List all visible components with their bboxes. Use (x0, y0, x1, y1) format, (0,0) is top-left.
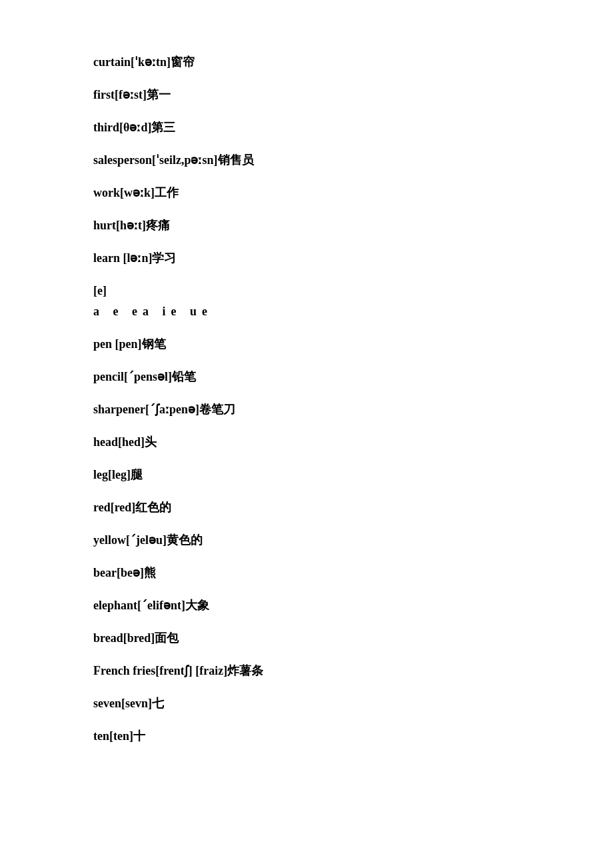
vocab-text: sharpener[ˊʃaːpenə]卷笔刀 (93, 403, 235, 416)
vocab-text: pencil[ˊpensəl]铅笔 (93, 370, 196, 383)
vocab-item-sharpener: sharpener[ˊʃaːpenə]卷笔刀 (93, 401, 520, 419)
vocab-text: ten[ten]十 (93, 729, 145, 743)
vocab-item-french-fries: French fries[frentʃ] [fraiz]炸薯条 (93, 662, 520, 680)
vocab-item-bread: bread[bred]面包 (93, 629, 520, 647)
vocab-text: work[wəːk]工作 (93, 186, 179, 199)
phonetic-vowel-row: a e ea ie ue (93, 303, 520, 321)
vocab-item-first: first[fəːst]第一 (93, 86, 520, 104)
vocab-text: pen [pen]钢笔 (93, 337, 166, 351)
vocab-text: leg[leg]腿 (93, 468, 143, 481)
vocab-item-hurt: hurt[həːt]疼痛 (93, 217, 520, 235)
vocab-text: bread[bred]面包 (93, 631, 179, 645)
vocab-item-ten: ten[ten]十 (93, 727, 520, 745)
vocab-item-leg: leg[leg]腿 (93, 466, 520, 484)
vocab-text: seven[sevn]七 (93, 697, 164, 710)
vocab-text: third[θəːd]第三 (93, 121, 175, 134)
vocab-item-red: red[red]红色的 (93, 499, 520, 517)
vocab-text: salesperson[ˈseilz,pəːsn]销售员 (93, 153, 254, 167)
vocab-item-head: head[hed]头 (93, 433, 520, 451)
vocab-list-1: curtain[ˈkəːtn]窗帘 first[fəːst]第一 third[θ… (93, 53, 520, 267)
vocab-text: first[fəːst]第一 (93, 88, 171, 101)
vocab-text: head[hed]头 (93, 435, 157, 449)
vocab-list-2: pen [pen]钢笔 pencil[ˊpensəl]铅笔 sharpener[… (93, 335, 520, 745)
vocab-item-curtain: curtain[ˈkəːtn]窗帘 (93, 53, 520, 71)
vocab-item-yellow: yellow[ˊjeləu]黄色的 (93, 531, 520, 549)
vocab-item-bear: bear[beə]熊 (93, 564, 520, 582)
vocab-text: learn [ləːn]学习 (93, 251, 177, 265)
vocab-item-pencil: pencil[ˊpensəl]铅笔 (93, 368, 520, 386)
vocab-item-work: work[wəːk]工作 (93, 184, 520, 202)
vocab-item-learn: learn [ləːn]学习 (93, 249, 520, 267)
vocab-item-salesperson: salesperson[ˈseilz,pəːsn]销售员 (93, 151, 520, 169)
vocab-text: bear[beə]熊 (93, 566, 156, 579)
vocab-text: elephant[ˊelifənt]大象 (93, 599, 209, 612)
phonetic-section: [e] a e ea ie ue (93, 282, 520, 321)
vocab-text: curtain[ˈkəːtn]窗帘 (93, 55, 195, 69)
phonetic-bracket-label: [e] (93, 282, 520, 300)
vocab-item-elephant: elephant[ˊelifənt]大象 (93, 597, 520, 615)
vocab-item-seven: seven[sevn]七 (93, 695, 520, 713)
vocab-text: French fries[frentʃ] [fraiz]炸薯条 (93, 664, 263, 677)
vocab-text: red[red]红色的 (93, 501, 171, 514)
vocab-text: yellow[ˊjeləu]黄色的 (93, 533, 203, 547)
vocab-text: hurt[həːt]疼痛 (93, 219, 170, 232)
vocab-item-pen: pen [pen]钢笔 (93, 335, 520, 353)
vocab-item-third: third[θəːd]第三 (93, 119, 520, 137)
